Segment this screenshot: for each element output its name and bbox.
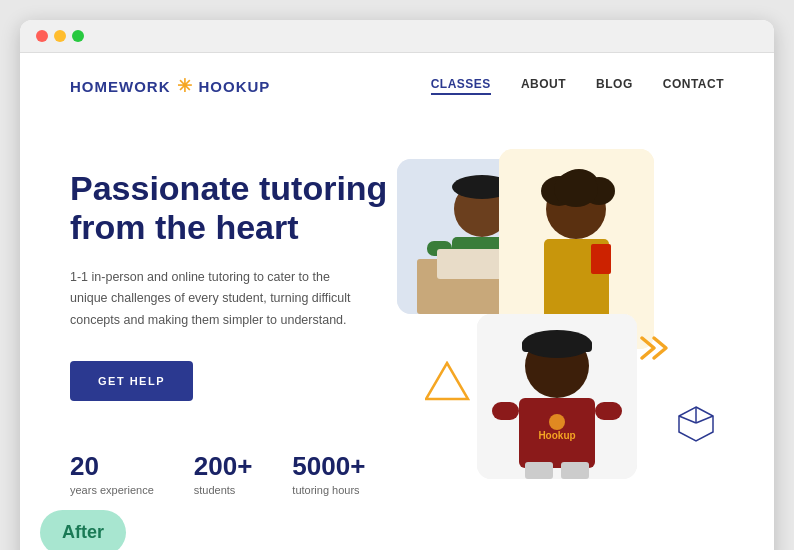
- site-header: HOMEWORK ✳ HOOKUP CLASSES ABOUT BLOG CON…: [20, 53, 774, 119]
- svg-marker-22: [426, 363, 468, 399]
- svg-rect-32: [525, 462, 553, 479]
- chevron-icon: [640, 334, 672, 362]
- page-content: HOMEWORK ✳ HOOKUP CLASSES ABOUT BLOG CON…: [20, 53, 774, 539]
- svg-line-36: [679, 416, 696, 423]
- nav-item-blog[interactable]: BLOG: [596, 77, 633, 95]
- stats-row: 20 years experience 200+ students 5000+ …: [70, 451, 397, 496]
- stat-years-label: years experience: [70, 484, 154, 496]
- window-minimize-dot[interactable]: [54, 30, 66, 42]
- svg-text:Hookup: Hookup: [538, 430, 575, 441]
- triangle-icon: [425, 361, 470, 401]
- hero-section: Passionate tutoring from the heart 1-1 i…: [20, 119, 774, 539]
- man-photo-placeholder: Hookup: [477, 314, 637, 479]
- stat-hours-label: tutoring hours: [292, 484, 365, 496]
- svg-rect-33: [561, 462, 589, 479]
- hero-title: Passionate tutoring from the heart: [70, 169, 397, 247]
- image-box-man: Hookup: [477, 314, 637, 479]
- window-maximize-dot[interactable]: [72, 30, 84, 42]
- browser-window: HOMEWORK ✳ HOOKUP CLASSES ABOUT BLOG CON…: [20, 20, 774, 550]
- browser-chrome: [20, 20, 774, 53]
- stat-years-number: 20: [70, 451, 154, 482]
- main-nav: CLASSES ABOUT BLOG CONTACT: [431, 77, 724, 95]
- svg-rect-26: [522, 340, 592, 352]
- get-help-button[interactable]: GET HELP: [70, 361, 193, 401]
- hero-right: Hookup: [397, 149, 724, 499]
- logo-text1: HOMEWORK: [70, 78, 171, 95]
- window-close-dot[interactable]: [36, 30, 48, 42]
- stat-students: 200+ students: [194, 451, 253, 496]
- hero-left: Passionate tutoring from the heart 1-1 i…: [70, 149, 397, 499]
- nav-item-classes[interactable]: CLASSES: [431, 77, 491, 95]
- logo-text2: HOOKUP: [199, 78, 271, 95]
- nav-item-contact[interactable]: CONTACT: [663, 77, 724, 95]
- cube-bottom-icon: [676, 404, 716, 444]
- stat-students-label: students: [194, 484, 253, 496]
- svg-point-17: [554, 171, 598, 207]
- nav-item-about[interactable]: ABOUT: [521, 77, 566, 95]
- svg-rect-19: [591, 244, 611, 274]
- logo[interactable]: HOMEWORK ✳ HOOKUP: [70, 75, 270, 97]
- hero-description: 1-1 in-person and online tutoring to cat…: [70, 267, 370, 331]
- svg-line-37: [696, 416, 713, 423]
- svg-rect-31: [595, 402, 622, 420]
- stat-hours: 5000+ tutoring hours: [292, 451, 365, 496]
- stat-students-number: 200+: [194, 451, 253, 482]
- svg-point-29: [549, 414, 565, 430]
- stat-years: 20 years experience: [70, 451, 154, 496]
- logo-star-icon: ✳: [177, 75, 193, 97]
- stat-hours-number: 5000+: [292, 451, 365, 482]
- after-badge: After: [40, 510, 126, 550]
- svg-rect-30: [492, 402, 519, 420]
